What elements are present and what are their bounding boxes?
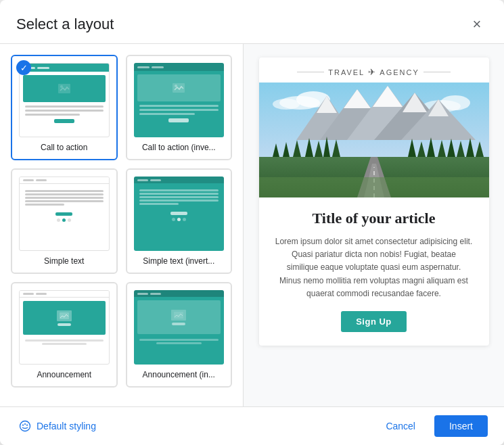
brand-icon: ✈ [368,67,377,77]
layout-label-cta-inv: Call to action (inve... [142,143,216,152]
default-styling-button[interactable]: Default styling [16,416,99,436]
svg-point-45 [26,424,28,425]
cancel-button[interactable]: Cancel [375,415,426,437]
footer-actions: Cancel Insert [375,415,488,437]
selected-badge: ✓ [16,60,31,75]
brand-line-right [423,72,451,72]
insert-button[interactable]: Insert [434,415,488,437]
preview-cta-button[interactable]: Sign Up [341,311,407,332]
thumbnail-ann-inv [134,290,225,365]
dialog-body: ✓ Call to action [0,44,504,406]
default-styling-label: Default styling [37,421,96,431]
preview-hero-image [259,83,489,197]
thumbnail-ann [19,290,110,365]
layout-grid: ✓ Call to action [11,55,232,388]
palette-icon [19,420,31,432]
layout-card-ann-inv[interactable]: Announcement (in... [126,282,233,388]
layout-label-ann: Announcement [37,370,91,379]
layout-card-cta[interactable]: ✓ Call to action [11,55,118,160]
svg-point-1 [60,85,63,88]
layout-card-simple-inv[interactable]: Simple text (invert... [126,168,233,274]
svg-rect-41 [259,177,489,197]
dialog-footer: Default styling Cancel Insert [0,406,504,445]
preview-title: Title of your article [275,210,473,227]
thumbnail-simple [19,177,110,251]
close-button[interactable]: × [466,14,488,35]
layout-label-ann-inv: Announcement (in... [143,370,215,379]
layout-card-ann[interactable]: Announcement [11,282,118,388]
svg-point-3 [175,85,177,87]
preview-pane: TRAVEL ✈ AGENCY [244,44,504,406]
preview-card: TRAVEL ✈ AGENCY [259,57,489,346]
brand-line-left [297,72,324,72]
layout-dialog: Select a layout × ✓ [0,0,504,445]
svg-point-44 [24,423,26,425]
layout-label-simple: Simple text [44,256,84,266]
layout-card-cta-inv[interactable]: Call to action (inve... [126,55,233,160]
thumbnail-cta [19,63,110,137]
thumbnail-cta-inv [134,63,225,137]
svg-point-43 [22,424,24,425]
preview-body: Title of your article Lorem ipsum dolor … [259,197,489,346]
svg-point-9 [273,99,300,110]
dialog-title: Select a layout [16,16,114,33]
layout-card-simple[interactable]: Simple text [11,168,118,274]
layout-label-cta: Call to action [41,143,87,152]
preview-brand: TRAVEL ✈ AGENCY [259,57,489,83]
svg-point-42 [20,421,30,431]
brand-text: TRAVEL ✈ AGENCY [328,67,419,77]
dialog-header: Select a layout × [0,0,504,44]
layout-label-simple-inv: Simple text (invert... [143,256,214,266]
thumbnail-simple-inv [134,177,225,251]
layout-list: ✓ Call to action [0,44,244,406]
preview-body-text: Lorem ipsum dolor sit amet consectetur a… [275,235,473,300]
